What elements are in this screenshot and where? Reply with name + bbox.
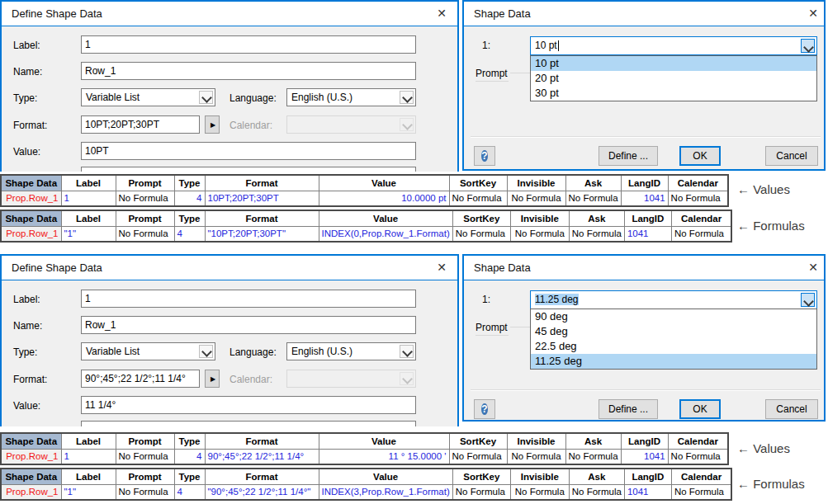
format-input[interactable] [81, 370, 200, 388]
close-icon[interactable]: ✕ [806, 261, 821, 274]
table-cell[interactable]: 10PT;20PT;30PT [205, 191, 319, 206]
list-item[interactable]: 45 deg [531, 324, 816, 339]
table-cell[interactable]: 1 [61, 449, 116, 464]
table-cell[interactable]: 1041 [624, 484, 671, 500]
table-cell[interactable]: No Formula [569, 484, 624, 500]
format-expand-button[interactable]: ▶ [205, 115, 220, 134]
table-cell[interactable]: No Formula [668, 191, 728, 206]
table-cell[interactable]: No Formula [116, 449, 174, 464]
table-cell[interactable]: 1041 [621, 191, 668, 206]
value-input[interactable] [81, 142, 416, 160]
list-item[interactable]: 22.5 deg [531, 339, 816, 354]
table-cell[interactable]: No Formula [507, 449, 565, 464]
list-item[interactable]: 20 pt [531, 71, 816, 86]
list-item[interactable]: 10 pt [531, 56, 816, 71]
language-select[interactable]: English (U.S.) [286, 342, 416, 360]
table-cell[interactable]: INDEX(3,Prop.Row_1.Format) [319, 484, 452, 500]
chevron-down-icon[interactable] [199, 345, 213, 358]
cancel-button[interactable]: Cancel [765, 399, 818, 419]
table-cell[interactable]: 10.0000 pt [319, 191, 449, 206]
chevron-down-icon[interactable] [400, 345, 414, 358]
table-cell[interactable]: 4 [174, 449, 205, 464]
table-cell[interactable]: No Formula [510, 226, 569, 242]
chevron-down-icon[interactable] [801, 39, 815, 53]
column-header-type: Type [174, 210, 205, 226]
list-item[interactable]: 90 deg [531, 309, 816, 324]
name-input[interactable] [81, 316, 416, 334]
row-name-cell[interactable]: Prop.Row_1 [1, 484, 61, 500]
type-select[interactable]: Variable List [81, 88, 215, 106]
help-button[interactable]: ? [474, 146, 495, 166]
table-cell[interactable]: No Formula [507, 191, 565, 206]
table-cell[interactable]: "1" [61, 226, 116, 242]
type-select[interactable]: Variable List [81, 342, 215, 360]
list-item[interactable]: 30 pt [531, 86, 816, 101]
table-cell[interactable]: No Formula [671, 226, 731, 242]
table-cell[interactable]: INDEX(0,Prop.Row_1.Format) [319, 226, 452, 242]
table-cell[interactable]: "1" [61, 484, 116, 500]
table-cell[interactable]: No Formula [449, 191, 507, 206]
chevron-down-icon[interactable] [801, 293, 815, 307]
column-header-invisible: Invisible [510, 469, 569, 484]
table-cell[interactable]: No Formula [116, 484, 174, 500]
define-button[interactable]: Define ... [599, 399, 658, 419]
column-header-format: Format [205, 175, 319, 191]
define-button[interactable]: Define ... [599, 146, 658, 166]
type-caption: Type: [13, 346, 37, 358]
table-cell[interactable]: "10PT;20PT;30PT" [205, 226, 319, 242]
table-cell[interactable]: No Formula [565, 191, 621, 206]
table-cell[interactable]: No Formula [671, 484, 731, 500]
table-cell[interactable]: No Formula [452, 226, 510, 242]
format-expand-button[interactable]: ▶ [205, 370, 220, 388]
column-header-value: Value [319, 210, 452, 226]
row-name-cell[interactable]: Prop.Row_1 [1, 226, 61, 242]
close-icon[interactable]: ✕ [434, 7, 449, 20]
table-cell[interactable]: 4 [174, 226, 205, 242]
column-header-calendar: Calendar [671, 469, 731, 484]
table-cell[interactable]: No Formula [569, 226, 624, 242]
name-input[interactable] [81, 62, 416, 80]
chevron-down-icon[interactable] [199, 91, 213, 104]
column-header-ask: Ask [565, 175, 621, 191]
chevron-down-icon[interactable] [400, 91, 414, 104]
table-cell[interactable]: 90°;45°;22 1/2°;11 1/4° [205, 449, 319, 464]
column-header-type: Type [174, 469, 205, 484]
table-cell[interactable]: No Formula [668, 449, 728, 464]
column-header-type: Type [174, 433, 205, 449]
table-cell[interactable]: 1041 [621, 449, 668, 464]
close-icon[interactable]: ✕ [806, 7, 821, 20]
table-cell[interactable]: No Formula [116, 191, 174, 206]
shape-data-combobox[interactable]: 10 pt [530, 36, 817, 55]
row-name-cell[interactable]: Prop.Row_1 [1, 449, 61, 464]
define-shape-data-dialog-bottom: Define Shape Data ✕ Label: Name: Type: V… [0, 254, 459, 426]
table-cell[interactable]: No Formula [452, 484, 510, 500]
table-cell[interactable]: 4 [174, 191, 205, 206]
list-item[interactable]: 11.25 deg [531, 354, 816, 369]
cropped-partial-input[interactable] [81, 167, 416, 172]
ok-button[interactable]: OK [679, 399, 721, 419]
table-cell[interactable]: 1041 [624, 226, 671, 242]
table-cell[interactable]: 4 [174, 484, 205, 500]
column-header-format: Format [205, 210, 319, 226]
format-input[interactable] [81, 115, 200, 134]
shapesheet-table-formulas-bottom: Shape DataLabelPromptTypeFormatValueSort… [0, 468, 732, 501]
label-input[interactable] [81, 35, 416, 54]
ok-button[interactable]: OK [679, 146, 721, 166]
table-cell[interactable]: 11 ° 15.0000 ' [319, 449, 449, 464]
cancel-button[interactable]: Cancel [765, 146, 818, 166]
close-icon[interactable]: ✕ [434, 261, 449, 274]
table-cell[interactable]: No Formula [565, 449, 621, 464]
table-cell[interactable]: No Formula [510, 484, 569, 500]
help-icon: ? [481, 403, 487, 415]
table-cell[interactable]: 1 [61, 191, 116, 206]
table-cell[interactable]: No Formula [449, 449, 507, 464]
value-input[interactable] [81, 396, 416, 414]
help-button[interactable]: ? [474, 399, 495, 419]
table-cell[interactable]: "90°;45°;22 1/2°;11 1/4°" [205, 484, 319, 500]
table-cell[interactable]: No Formula [116, 226, 174, 242]
cropped-partial-input[interactable] [81, 421, 416, 426]
label-input[interactable] [81, 290, 416, 308]
language-select[interactable]: English (U.S.) [286, 88, 416, 106]
row-name-cell[interactable]: Prop.Row_1 [1, 191, 61, 206]
shape-data-combobox[interactable]: 11.25 deg [530, 290, 817, 309]
